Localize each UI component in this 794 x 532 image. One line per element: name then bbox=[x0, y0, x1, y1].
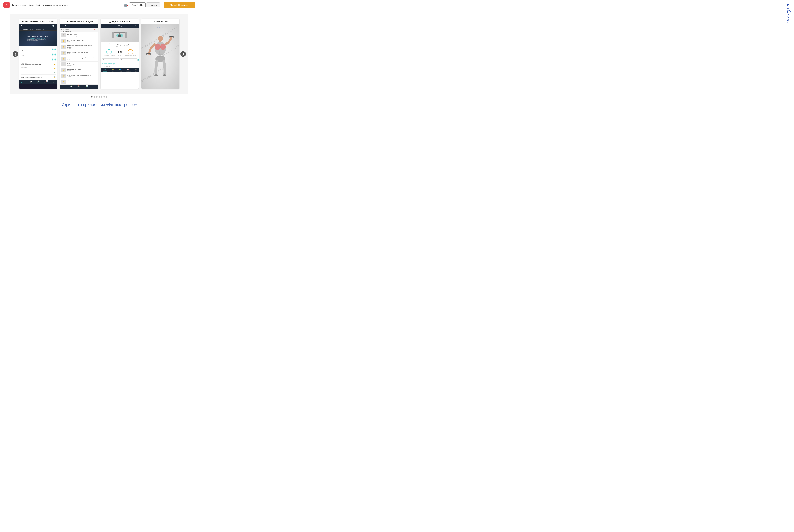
exercise-info: Сгибание рук с гантелями хватом "молот" … bbox=[67, 75, 96, 77]
add-comment-link[interactable]: Добавить комментарий bbox=[100, 62, 139, 64]
main-content: ❮ ЭФФЕКТИВНЫЕ ПРОГРАММЫ Тренировки 🕐 ≡ bbox=[0, 10, 199, 114]
exercise-info: Разведение гантелей на горизонтальной ск… bbox=[67, 45, 96, 49]
list-item: 5 тренировкаСпина 🔒 bbox=[21, 66, 56, 71]
hero-sub: 24 Тренировки(ок.) 135 – 180р. лит. bbox=[27, 38, 49, 39]
dot-6[interactable] bbox=[104, 96, 105, 98]
dot-1[interactable] bbox=[91, 96, 93, 98]
section-num: 1 тренировка bbox=[61, 28, 69, 30]
list-item: 7 тренировкаГрудь. Высокоинтенсивная нед… bbox=[21, 75, 56, 79]
panel3-screen: ← 1/6 Грудь ⓘ bbox=[100, 24, 139, 89]
clock-icon: 🕐 bbox=[52, 25, 54, 27]
panel1-header: Тренировки 🕐 ≡ bbox=[19, 24, 57, 28]
time-display: 0:26 bbox=[118, 49, 122, 55]
list-item: 4 тренировкаГрудь. Низкоинтенсивная неде… bbox=[21, 62, 56, 66]
section2-label: грудь+спинакресс bbox=[60, 30, 98, 32]
track-this-app-button[interactable]: Track this app bbox=[164, 2, 195, 8]
panel1-screen: Тренировки 🕐 ≡ Тренировки Диета Сборн. п… bbox=[19, 24, 57, 89]
svg-rect-1 bbox=[112, 32, 114, 38]
svg-rect-16 bbox=[150, 53, 151, 55]
diet-nav-icon: 🥗 bbox=[70, 85, 72, 87]
panel-home-gym: ДЛЯ ДОМА И ЗАЛА ← 1/6 Грудь ⓘ bbox=[100, 19, 139, 89]
tab-reviews[interactable]: Reviews bbox=[146, 2, 160, 7]
nav-item: 📚 Сборник bbox=[77, 85, 80, 89]
stats-nav-icon: 📊 bbox=[86, 85, 88, 87]
add-button[interactable]: + bbox=[138, 58, 139, 61]
svg-rect-2 bbox=[125, 32, 127, 38]
dot-2[interactable] bbox=[94, 96, 95, 98]
svg-point-10 bbox=[160, 44, 166, 50]
panel-effective-programs: ЭФФЕКТИВНЫЕ ПРОГРАММЫ Тренировки 🕐 ≡ Тре… bbox=[19, 19, 57, 89]
back-arrow-icon: ← bbox=[103, 25, 104, 27]
exercise-img: 🏋 bbox=[61, 51, 66, 55]
exercise-img: 🏋 bbox=[61, 68, 66, 72]
dot-5[interactable] bbox=[101, 96, 103, 98]
panel1-bottom-nav: ⊞ Тренировки 🥗 Диета 📚 Сборник 📊 bbox=[19, 79, 57, 84]
exercise-info: Жим в тренажере от груди вперед 4x12к0к bbox=[67, 52, 96, 54]
menu-icon: ≡ bbox=[55, 25, 55, 27]
prev-screenshot-button[interactable]: ❮ bbox=[13, 51, 18, 57]
app-name-text: Фитнес тренер Fitness Online упражнения … bbox=[12, 4, 121, 6]
panel2-header: ← Упражнения bbox=[60, 24, 98, 28]
panel4-screen: FITNESS ONLINE FITNESS FITNESS ONLINE ON… bbox=[142, 24, 179, 89]
panel1-header-title: Тренировки bbox=[21, 25, 30, 27]
list-item: 6 тренировкаНоги 🔒 bbox=[21, 71, 56, 75]
progress-circle: 78% bbox=[52, 58, 56, 61]
tab-app-profile[interactable]: App Profile bbox=[129, 2, 146, 7]
exercise-item: 🏃 Беговая дорожка 23 мин. 170 – 180р. ли… bbox=[60, 32, 98, 38]
android-icon: 🤖 bbox=[124, 3, 128, 7]
progress-circle: 74% bbox=[52, 48, 56, 51]
lock-icon: 🔒 bbox=[54, 72, 56, 73]
nav-item: 🥗 Диета bbox=[30, 80, 33, 83]
exercise-info: Беговая дорожка 23 мин. 170 – 180р. лит. bbox=[67, 34, 96, 37]
tab-diet: Диета bbox=[30, 29, 33, 30]
nav-item: 📊 Статистика bbox=[85, 85, 89, 89]
nav-item: 📊 Статистика bbox=[44, 80, 49, 83]
next-screenshot-button[interactable]: ❯ bbox=[180, 51, 186, 57]
diet-nav-icon: 🥗 bbox=[112, 69, 114, 71]
dot-4[interactable] bbox=[98, 96, 100, 98]
dot-3[interactable] bbox=[96, 96, 97, 98]
panel1-hero: Общий набор мышечной массы 24 Тренировки… bbox=[19, 31, 57, 46]
nav-item: 📚 Сборник bbox=[37, 80, 40, 83]
time-label: Отдых bbox=[118, 55, 122, 56]
exercise-item: 🏋 Сгибание рук в блоке 3x12x16к bbox=[60, 62, 98, 68]
tab-collection: Сборн. питания bbox=[35, 29, 44, 30]
exercise-item: 🏋 Разгибание рук в блоке 3x12x11к bbox=[60, 68, 98, 73]
input-row: + bbox=[100, 57, 139, 62]
workouts-nav-icon: ⊞ bbox=[105, 69, 106, 71]
exercise-item: 💪 Диагональное скручивание 4x30 bbox=[60, 38, 98, 44]
panel2-bottom-nav: ⊞ Занятия 🥗 Диета 📚 Сборник 📊 bbox=[60, 84, 98, 89]
exercise-item: 🏋 Разведение гантелей на горизонтальной … bbox=[60, 44, 98, 50]
panel3-header: ← 1/6 Грудь ⓘ bbox=[100, 24, 139, 28]
exercise-img: 💪 bbox=[61, 80, 66, 83]
date-line: пт, 21.06.2019 bbox=[100, 66, 139, 68]
panel2-screen: ← Упражнения 1 тренировка 10% грудь+спин… bbox=[60, 24, 98, 89]
sets-stat: 2/3 Подходов выполнено bbox=[125, 49, 136, 56]
highlight-badge: 10% bbox=[94, 28, 96, 30]
back-arrow-icon: ← bbox=[62, 25, 63, 27]
nav-tabs: App Profile Reviews bbox=[129, 2, 160, 7]
dot-7[interactable] bbox=[106, 96, 107, 98]
exercise-name: Сведение рук в тренажере bbox=[100, 42, 139, 45]
list-item: 1 тренировкаГрудь 74% bbox=[21, 47, 56, 52]
exercise-img: 🏋 bbox=[61, 45, 66, 49]
panel1-header-icons: 🕐 ≡ bbox=[52, 25, 55, 27]
workouts-nav-icon: ⊞ bbox=[63, 85, 64, 87]
diet-nav-icon: 🥗 bbox=[30, 80, 32, 82]
nav-item: ⊞ Тренировки bbox=[103, 69, 107, 72]
logo-line1: FITNESS bbox=[157, 27, 164, 28]
hero-sub3: Выполнено занятий: 12 bbox=[27, 40, 49, 41]
svg-point-9 bbox=[155, 44, 161, 50]
fitness-online-logo: FITNESS ONLINE bbox=[157, 27, 164, 30]
stats-nav-icon: 📊 bbox=[45, 80, 48, 82]
weight-input[interactable] bbox=[102, 58, 119, 61]
more-nav-icon: ••• bbox=[53, 80, 55, 82]
history-label: История выполнений упражнения bbox=[100, 64, 139, 66]
svg-rect-12 bbox=[169, 36, 170, 38]
nav-item: ••• Ещё bbox=[53, 80, 55, 83]
reps-input[interactable] bbox=[120, 58, 137, 61]
rec-weight: Рекомендуемый вес: 30кг ⓘ bbox=[100, 45, 139, 48]
lock-icon: 🔒 bbox=[54, 76, 56, 78]
screenshots-area: ❮ ЭФФЕКТИВНЫЕ ПРОГРАММЫ Тренировки 🕐 ≡ bbox=[11, 14, 188, 94]
bottom-caption: Скриншоты приложения «Фитнес-тренер» bbox=[11, 99, 188, 112]
